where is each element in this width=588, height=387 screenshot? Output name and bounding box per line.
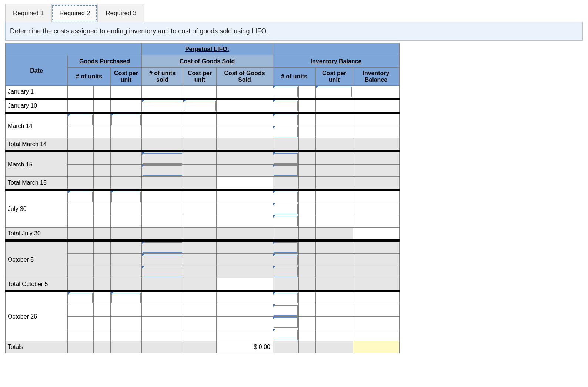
input-cell[interactable] (142, 240, 183, 254)
input-cell[interactable] (273, 254, 299, 266)
row-label: January 10 (6, 99, 68, 113)
input-cell[interactable] (68, 190, 94, 203)
input-cell[interactable] (273, 190, 299, 203)
totals-cogs-value: $ 0.00 (217, 341, 273, 353)
header-gp-cpu: Cost per unit (111, 68, 142, 86)
input-cell[interactable] (142, 99, 183, 113)
input-cell[interactable] (273, 203, 299, 215)
input-cell[interactable] (273, 99, 299, 113)
input-cell[interactable] (273, 317, 299, 329)
row-label: October 26 (6, 291, 68, 341)
row-label: Total March 14 (6, 138, 68, 152)
input-cell[interactable] (142, 266, 183, 278)
table-title: Perpetual LIFO: (142, 43, 273, 55)
input-cell[interactable] (142, 165, 183, 177)
row-label: Total October 5 (6, 278, 68, 292)
input-cell[interactable] (273, 126, 299, 138)
input-cell[interactable] (316, 86, 353, 99)
header-goods-purchased: Goods Purchased (68, 55, 142, 68)
row-label: March 15 (6, 151, 68, 177)
lifo-table: Perpetual LIFO: Date Goods Purchased Cos… (5, 43, 400, 353)
tab-required-2[interactable]: Required 2 (51, 4, 98, 22)
row-label: July 30 (6, 190, 68, 228)
row-label: January 1 (6, 86, 68, 99)
input-cell[interactable] (111, 291, 142, 304)
input-cell[interactable] (273, 240, 299, 254)
input-cell[interactable] (273, 215, 299, 228)
tab-required-3[interactable]: Required 3 (98, 4, 144, 22)
row-label: Total March 15 (6, 177, 68, 190)
header-cogs-total: Cost of Goods Sold (217, 68, 273, 86)
input-cell[interactable] (273, 266, 299, 278)
instruction-text: Determine the costs assigned to ending i… (5, 22, 583, 41)
input-cell[interactable] (273, 329, 299, 341)
input-cell[interactable] (68, 291, 94, 304)
header-cogs-units-sold: # of units sold (142, 68, 183, 86)
header-inv-cpu: Cost per unit (316, 68, 353, 86)
input-cell[interactable] (111, 190, 142, 203)
input-cell[interactable] (68, 113, 94, 126)
header-gp-units: # of units (68, 68, 111, 86)
totals-inventory-balance (353, 341, 400, 353)
input-cell[interactable] (142, 254, 183, 266)
input-cell[interactable] (142, 151, 183, 165)
row-label: March 14 (6, 113, 68, 138)
input-cell[interactable] (273, 291, 299, 304)
input-cell[interactable] (273, 151, 299, 165)
header-cogs-cpu: Cost per unit (183, 68, 217, 86)
header-cogs: Cost of Goods Sold (142, 55, 273, 68)
tab-required-1[interactable]: Required 1 (5, 4, 51, 22)
header-inv-units: # of units (273, 68, 316, 86)
input-cell[interactable] (273, 304, 299, 317)
input-cell[interactable] (273, 86, 299, 99)
row-label: October 5 (6, 240, 68, 278)
input-cell[interactable] (111, 113, 142, 126)
row-label: Totals (6, 341, 68, 353)
input-cell[interactable] (183, 99, 217, 113)
header-inventory-balance: Inventory Balance (273, 55, 400, 68)
input-cell[interactable] (273, 165, 299, 177)
input-cell[interactable] (273, 113, 299, 126)
header-inv-balance: Inventory Balance (353, 68, 400, 86)
tab-row: Required 1 Required 2 Required 3 (5, 4, 583, 22)
header-date: Date (6, 55, 68, 86)
row-label: Total July 30 (6, 228, 68, 241)
